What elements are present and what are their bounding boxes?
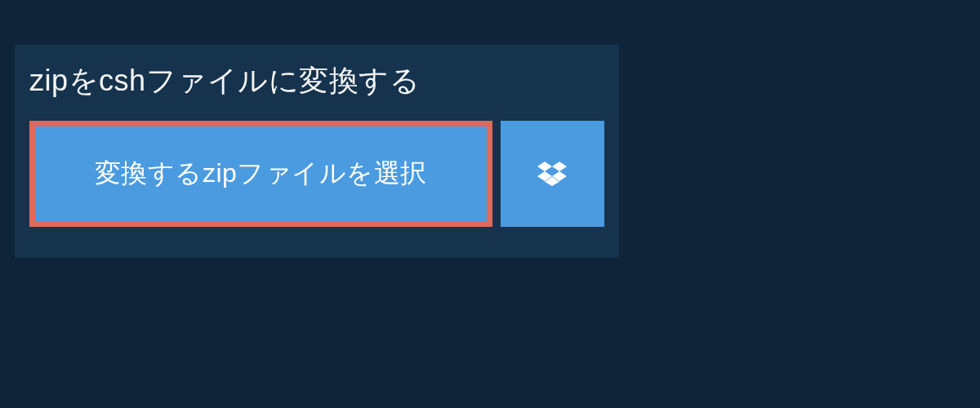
dropbox-icon — [537, 159, 567, 188]
converter-panel: zipをcshファイルに変換する 変換するzipファイルを選択 — [15, 45, 619, 258]
dropbox-button[interactable] — [501, 121, 604, 227]
button-row: 変換するzipファイルを選択 — [15, 121, 619, 227]
select-file-button[interactable]: 変換するzipファイルを選択 — [29, 121, 492, 227]
page-title: zipをcshファイルに変換する — [29, 61, 486, 101]
select-file-label: 変換するzipファイルを選択 — [95, 156, 427, 192]
title-bar: zipをcshファイルに変換する — [15, 45, 501, 121]
